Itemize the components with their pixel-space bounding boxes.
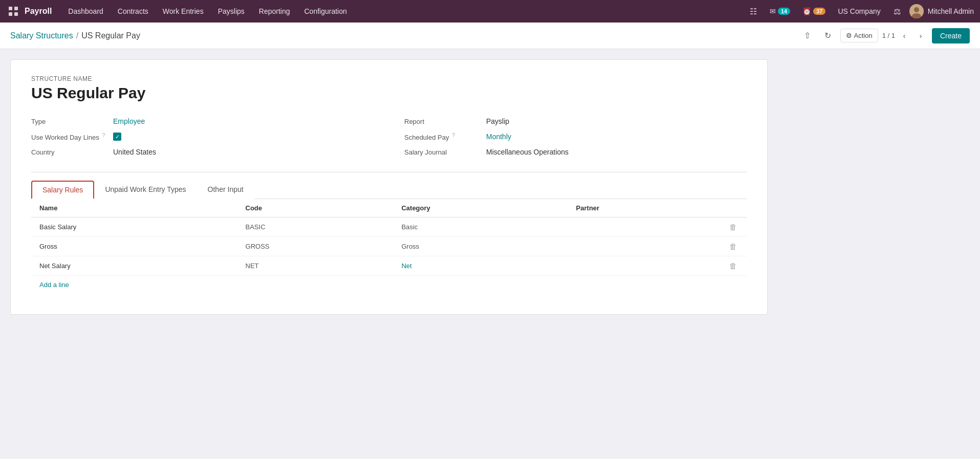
- cell-delete[interactable]: 🗑: [721, 237, 747, 256]
- cell-category[interactable]: Gross: [393, 237, 568, 256]
- cell-name[interactable]: Gross: [31, 237, 237, 256]
- tabs-container: Salary Rules Unpaid Work Entry Types Oth…: [31, 172, 747, 294]
- salary-journal-label: Salary Journal: [404, 148, 486, 156]
- cell-code: GROSS: [237, 237, 394, 256]
- app-name: Payroll: [25, 7, 52, 16]
- breadcrumb: Salary Structures / US Regular Pay: [10, 31, 140, 40]
- salary-journal-value[interactable]: Miscellaneous Operations: [486, 148, 569, 156]
- svg-rect-1: [14, 7, 18, 10]
- cell-code: BASIC: [237, 217, 394, 237]
- form-fields: Type Employee Use Worked Day Lines ? ✓ C…: [31, 114, 747, 160]
- type-label: Type: [31, 118, 113, 125]
- cell-name[interactable]: Net Salary: [31, 256, 237, 276]
- field-type: Type Employee: [31, 114, 374, 129]
- field-use-worked-day-lines: Use Worked Day Lines ? ✓: [31, 129, 374, 145]
- form-card: Structure Name US Regular Pay Type Emplo…: [10, 59, 768, 315]
- right-fields: Report Payslip Scheduled Pay ? Monthly S…: [404, 114, 747, 160]
- country-label: Country: [31, 148, 113, 156]
- structure-name-label: Structure Name: [31, 75, 747, 82]
- nav-item-work-entries[interactable]: Work Entries: [157, 4, 210, 18]
- company-name[interactable]: US Company: [834, 7, 884, 15]
- nav-item-contracts[interactable]: Contracts: [112, 4, 155, 18]
- use-worked-day-lines-label: Use Worked Day Lines ?: [31, 132, 113, 141]
- cell-code: NET: [237, 256, 394, 276]
- country-value[interactable]: United States: [113, 148, 156, 156]
- cell-name[interactable]: Basic Salary: [31, 217, 237, 237]
- help-icon-worked-day[interactable]: ?: [102, 132, 105, 138]
- cell-partner: [568, 237, 721, 256]
- col-header-partner: Partner: [568, 199, 721, 217]
- breadcrumb-separator: /: [76, 31, 78, 40]
- cell-delete[interactable]: 🗑: [721, 256, 747, 276]
- scheduled-pay-label: Scheduled Pay ?: [404, 132, 486, 141]
- sub-header: Salary Structures / US Regular Pay ⇧ ↻ ⚙…: [0, 23, 980, 49]
- help-icon-scheduled-pay[interactable]: ?: [452, 132, 455, 138]
- field-scheduled-pay: Scheduled Pay ? Monthly: [404, 129, 747, 145]
- nav-item-dashboard[interactable]: Dashboard: [62, 4, 110, 18]
- chat-btn[interactable]: ✉ 14: [766, 5, 794, 17]
- field-report: Report Payslip: [404, 114, 747, 129]
- chat-badge: 14: [778, 8, 790, 15]
- salary-rules-table: Name Code Category Partner Basic Salary …: [31, 199, 747, 276]
- create-button[interactable]: Create: [932, 28, 970, 43]
- breadcrumb-current: US Regular Pay: [81, 31, 140, 40]
- tab-salary-rules[interactable]: Salary Rules: [31, 181, 94, 199]
- grid-icon-btn[interactable]: ☷: [745, 3, 761, 19]
- nav-item-reporting[interactable]: Reporting: [253, 4, 296, 18]
- tabs: Salary Rules Unpaid Work Entry Types Oth…: [31, 181, 747, 199]
- tab-unpaid-work-entry-types[interactable]: Unpaid Work Entry Types: [94, 181, 197, 199]
- report-label: Report: [404, 118, 486, 125]
- upload-icon-btn[interactable]: ⇧: [799, 28, 816, 44]
- chat-icon: ✉: [770, 7, 776, 15]
- report-value[interactable]: Payslip: [486, 117, 509, 125]
- cell-delete[interactable]: 🗑: [721, 217, 747, 237]
- use-worked-day-lines-checkbox[interactable]: ✓: [113, 133, 121, 141]
- delete-icon[interactable]: 🗑: [729, 261, 737, 270]
- add-line-button[interactable]: Add a line: [31, 276, 77, 294]
- activity-btn[interactable]: ⏰ 37: [798, 5, 830, 17]
- main-content: Structure Name US Regular Pay Type Emplo…: [0, 49, 980, 325]
- breadcrumb-parent[interactable]: Salary Structures: [10, 31, 73, 40]
- svg-rect-2: [9, 12, 12, 16]
- structure-name-value: US Regular Pay: [31, 84, 747, 102]
- settings-icon-btn[interactable]: ⚖: [889, 3, 905, 19]
- clock-icon: ⏰: [802, 7, 811, 15]
- cell-category[interactable]: Basic: [393, 217, 568, 237]
- col-header-code: Code: [237, 199, 394, 217]
- left-fields: Type Employee Use Worked Day Lines ? ✓ C…: [31, 114, 374, 160]
- table-row: Net Salary NET Net 🗑: [31, 256, 747, 276]
- svg-rect-3: [14, 12, 18, 16]
- action-btn[interactable]: ⚙ Action: [840, 29, 878, 42]
- field-country: Country United States: [31, 145, 374, 160]
- tab-other-input[interactable]: Other Input: [197, 181, 254, 199]
- app-icon[interactable]: [6, 4, 20, 18]
- svg-point-5: [914, 7, 919, 12]
- table-row: Gross GROSS Gross 🗑: [31, 237, 747, 256]
- col-header-name: Name: [31, 199, 237, 217]
- nav-item-configuration[interactable]: Configuration: [298, 4, 353, 18]
- type-value[interactable]: Employee: [113, 117, 145, 125]
- delete-icon[interactable]: 🗑: [729, 242, 737, 251]
- scheduled-pay-value[interactable]: Monthly: [486, 133, 511, 141]
- refresh-icon-btn[interactable]: ↻: [820, 28, 836, 44]
- action-label: Action: [854, 32, 873, 39]
- next-page-btn[interactable]: ›: [913, 29, 928, 43]
- cell-partner: [568, 217, 721, 237]
- pagination-text: 1 / 1: [882, 32, 895, 39]
- prev-page-btn[interactable]: ‹: [897, 29, 911, 43]
- col-header-category: Category: [393, 199, 568, 217]
- pagination: 1 / 1 ‹ ›: [882, 29, 928, 43]
- user-name[interactable]: Mitchell Admin: [928, 7, 974, 15]
- cell-category[interactable]: Net: [393, 256, 568, 276]
- col-header-actions: [721, 199, 747, 217]
- avatar[interactable]: [909, 4, 924, 18]
- table-row: Basic Salary BASIC Basic 🗑: [31, 217, 747, 237]
- svg-rect-0: [9, 7, 12, 10]
- nav-item-payslips[interactable]: Payslips: [212, 4, 251, 18]
- field-salary-journal: Salary Journal Miscellaneous Operations: [404, 145, 747, 160]
- activity-badge: 37: [813, 8, 825, 15]
- top-nav: Payroll Dashboard Contracts Work Entries…: [0, 0, 980, 23]
- delete-icon[interactable]: 🗑: [729, 223, 737, 231]
- cell-partner: [568, 256, 721, 276]
- gear-icon: ⚙: [846, 32, 852, 39]
